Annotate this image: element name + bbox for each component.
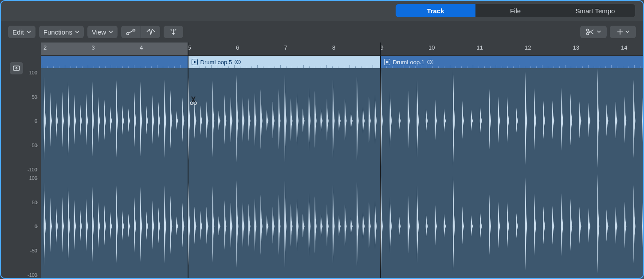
editor-toolbar: Edit Functions View: [0, 21, 644, 43]
chevron-down-icon: [597, 30, 601, 34]
bar-number: 9: [381, 44, 384, 51]
scissors-tool-button[interactable]: [580, 26, 607, 38]
scissors-icon: [585, 28, 595, 35]
tab-track[interactable]: Track: [396, 4, 475, 17]
stereo-icon: [235, 59, 241, 65]
functions-menu-label: Functions: [43, 28, 72, 36]
bar-ruler[interactable]: 234567891011121314: [41, 43, 644, 56]
bar-number: 14: [621, 44, 627, 51]
waveform-channel-left: [41, 68, 188, 174]
chevron-down-icon: [109, 30, 113, 34]
waveform-channel-right: [188, 174, 381, 279]
chevron-down-icon: [75, 30, 79, 34]
region-play-icon: [192, 59, 198, 65]
svg-marker-15: [15, 69, 18, 70]
editor-tab-group: Track File Smart Tempo: [396, 4, 635, 17]
catch-playhead-icon: [169, 28, 178, 36]
bar-number: 3: [92, 44, 95, 51]
stereo-icon: [427, 59, 433, 65]
show-automation-button[interactable]: [121, 26, 141, 38]
bar-number: 12: [525, 44, 531, 51]
flex-icon: [146, 28, 156, 35]
view-menu-label: View: [92, 28, 106, 36]
bar-number: 11: [477, 44, 483, 51]
svg-line-2: [129, 31, 133, 33]
region-body[interactable]: [381, 68, 644, 279]
svg-point-0: [127, 33, 129, 35]
svg-line-6: [175, 29, 176, 31]
svg-marker-21: [194, 61, 196, 63]
svg-marker-4: [172, 33, 175, 35]
region-header-row: op.4 DrumLoop.5 DrumLoop.1: [41, 56, 644, 68]
plus-icon: [617, 28, 624, 35]
catch-playhead-button[interactable]: [164, 26, 183, 38]
right-tool-group: [580, 26, 636, 38]
chevron-down-icon: [625, 30, 630, 34]
region-header[interactable]: DrumLoop.5: [188, 56, 381, 68]
region-play-icon: [384, 59, 390, 65]
bar-number: 6: [236, 44, 239, 51]
region-name-label: DrumLoop.5: [200, 59, 232, 66]
svg-line-5: [171, 29, 172, 31]
bar-number: 10: [428, 44, 435, 51]
bar-number: 4: [140, 44, 143, 51]
view-menu[interactable]: View: [87, 26, 118, 38]
bar-number: 2: [43, 44, 47, 51]
region-body[interactable]: [41, 68, 188, 279]
vertical-auto-zoom-button[interactable]: [10, 62, 23, 74]
zoom-vertical-icon: [12, 65, 20, 72]
flex-button[interactable]: [141, 26, 160, 38]
edit-menu[interactable]: Edit: [8, 26, 35, 38]
timeline-area[interactable]: 234567891011121314 op.4 DrumLoop.5 DrumL…: [41, 43, 644, 279]
waveform-channel-right: [381, 174, 644, 279]
svg-point-7: [587, 29, 589, 31]
region-name-label: DrumLoop.1: [393, 59, 425, 66]
waveform-zone[interactable]: [41, 68, 644, 279]
svg-marker-14: [15, 67, 18, 68]
tab-smart-tempo[interactable]: Smart Tempo: [555, 4, 635, 17]
waveform-channel-right: [41, 174, 188, 279]
bar-number: 5: [188, 44, 191, 51]
tab-file[interactable]: File: [475, 4, 555, 17]
svg-point-1: [133, 29, 135, 31]
secondary-tool-button[interactable]: [609, 26, 636, 38]
region-header[interactable]: op.4: [41, 56, 188, 68]
waveform-channel-left: [381, 68, 644, 174]
audio-track-editor: 100500-50-100100500-50-100 2345678910111…: [0, 43, 644, 279]
bar-number: 8: [332, 44, 335, 51]
svg-point-8: [587, 33, 589, 35]
waveform-channel-left: [188, 68, 381, 174]
region-header[interactable]: DrumLoop.1: [381, 56, 644, 68]
chevron-down-icon: [27, 30, 31, 34]
editor-tab-bar: Track File Smart Tempo: [0, 0, 644, 21]
bar-number: 7: [284, 44, 287, 51]
region-body[interactable]: [188, 68, 381, 279]
svg-marker-25: [386, 61, 389, 63]
edit-menu-label: Edit: [12, 28, 24, 36]
functions-menu[interactable]: Functions: [39, 26, 84, 38]
bar-number: 13: [573, 44, 579, 51]
automation-flex-group: [121, 26, 160, 38]
automation-icon: [126, 28, 136, 35]
editor-gutter: 100500-50-100100500-50-100: [0, 43, 41, 279]
